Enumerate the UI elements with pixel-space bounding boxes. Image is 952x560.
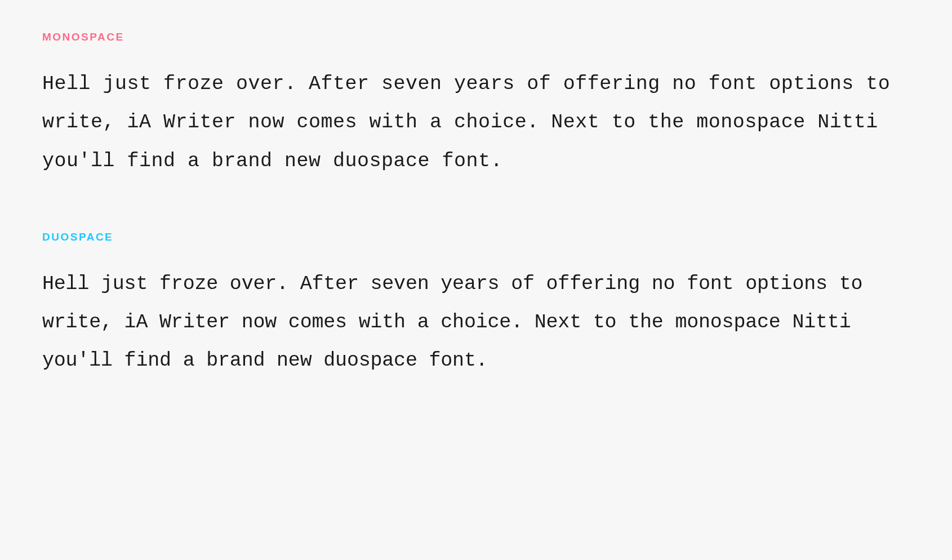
duospace-body-text: Hell just froze over. After seven years … — [42, 265, 910, 380]
monospace-body-text: Hell just froze over. After seven years … — [42, 65, 910, 180]
monospace-section: MONOSPACE Hell just froze over. After se… — [42, 31, 910, 180]
monospace-label: MONOSPACE — [42, 31, 910, 43]
duospace-label: DUOSPACE — [42, 231, 910, 243]
duospace-section: DUOSPACE Hell just froze over. After sev… — [42, 231, 910, 380]
